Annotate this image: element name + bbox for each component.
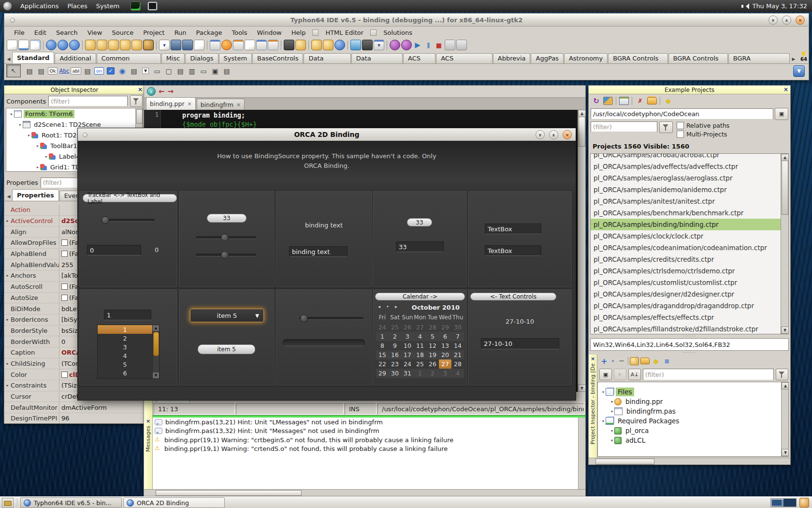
build-targets-field[interactable]: Win32,Win64,Lin32,Lin64,Sol32,Sol64,FB32 <box>590 338 789 351</box>
calendar-cell[interactable]: 26 <box>426 359 439 369</box>
calendar-cell[interactable]: 3 <box>439 369 451 378</box>
panel-menu-item[interactable]: Places <box>63 0 91 12</box>
projects-filter-button[interactable] <box>659 121 673 133</box>
project-list-item[interactable]: pl_ORCA/samples/acrobat/acrobat.ctpr <box>591 153 788 161</box>
trackbar-slider[interactable] <box>102 216 155 224</box>
project-list-item[interactable]: pl_ORCA/samples/draganddrop/draganddrop.… <box>591 300 788 312</box>
checkbox-icon[interactable] <box>677 122 684 129</box>
messages-vscrollbar[interactable] <box>578 418 585 489</box>
tb-wave-icon[interactable] <box>350 40 361 50</box>
calendar-cell[interactable]: 24 <box>401 359 414 369</box>
calendar-cell[interactable]: 22 <box>376 359 389 369</box>
tb-pause-icon[interactable]: ∥ <box>423 40 433 50</box>
components-filter-input[interactable] <box>48 96 128 106</box>
project-list-item[interactable]: pl_ORCA/samples/anitest/anitest.ctpr <box>591 195 788 207</box>
tb-sep8[interactable] <box>387 41 387 50</box>
calendar-prev-icon[interactable]: ◂ <box>378 304 380 309</box>
palette-scroll-right-icon[interactable]: ▶ <box>790 55 797 63</box>
palette-tab[interactable]: Misc <box>161 53 185 63</box>
menu-item[interactable]: Search <box>51 29 83 36</box>
palette-tab[interactable]: BGRA Controls 1 <box>608 53 667 63</box>
editor-jump-icon[interactable]: ∨ <box>147 87 156 96</box>
project-list-item[interactable]: pl_ORCA/samples/binding/binding.ctpr <box>591 219 788 230</box>
listbox-value-textbox[interactable]: 1 <box>104 310 151 320</box>
tab-close-icon[interactable]: × <box>236 102 241 108</box>
tb-gold2-icon[interactable] <box>97 40 107 50</box>
tb-sep6[interactable] <box>308 41 309 50</box>
calendar-cell[interactable]: 20 <box>439 350 451 359</box>
properties-tabs-scroll-left-icon[interactable]: ◀ <box>5 192 12 201</box>
editor-tab[interactable]: bindingfrm × <box>197 99 245 110</box>
property-expand-icon[interactable]: ▸ <box>4 273 11 278</box>
calendar-cell[interactable]: 18 <box>414 350 426 359</box>
palette-popupmenu-icon[interactable]: ▤ <box>35 65 47 77</box>
expand-icon[interactable]: ▸ <box>35 165 40 169</box>
object-inspector-titlebar[interactable]: Object Inspector × <box>4 86 145 94</box>
project-inspector-close-icon[interactable]: × <box>591 356 595 362</box>
menu-item[interactable]: Help <box>287 29 311 36</box>
clean-icon[interactable] <box>603 97 613 105</box>
example-projects-titlebar[interactable]: Example Projects × <box>589 86 790 94</box>
tb-sep7[interactable] <box>348 41 348 50</box>
slider-value-pill[interactable]: 33 <box>207 214 246 223</box>
menu-item[interactable]: Project <box>138 29 169 36</box>
object-inspector-close-icon[interactable]: × <box>138 86 143 93</box>
tb-pencil-icon[interactable] <box>295 40 306 50</box>
calendar-cell[interactable]: 25 <box>414 359 426 369</box>
property-expand-icon[interactable]: ▸ <box>4 317 11 322</box>
project-list-item[interactable]: pl_ORCA/samples/credits/credits.ctpr <box>591 254 788 265</box>
tb-doc-form-icon[interactable] <box>245 40 255 50</box>
tb-units-icon[interactable] <box>311 40 322 50</box>
calendar-cell[interactable]: 14 <box>451 341 464 350</box>
tb-open-icon[interactable] <box>30 40 41 50</box>
property-checkbox[interactable] <box>61 239 68 246</box>
calendar-cell[interactable]: 9 <box>389 341 401 350</box>
menu-solutions-icon[interactable] <box>370 30 377 36</box>
calendar-cell[interactable]: 3 <box>401 332 414 341</box>
project-inspector-vertical-tab[interactable]: × Project Inspector - binding [De <box>589 355 597 458</box>
binding-text-textbox[interactable]: binding text <box>289 246 348 257</box>
calendar-cell[interactable]: 6 <box>439 332 451 341</box>
property-expand-icon[interactable]: ▸ <box>4 219 11 223</box>
calendar-cell[interactable]: 4 <box>414 332 426 341</box>
trackbar-textbox[interactable]: 0 <box>87 245 141 255</box>
show-desktop-icon[interactable] <box>2 498 14 508</box>
panel-menu-item[interactable]: System <box>92 0 124 12</box>
pi-remove-button[interactable]: − <box>617 357 626 366</box>
palette-edit-icon[interactable]: abI <box>70 65 82 77</box>
terminal-launcher-icon[interactable] <box>147 1 158 11</box>
refresh-icon[interactable]: ↻ <box>591 96 601 106</box>
tb-tree-icon[interactable] <box>233 40 244 50</box>
tb-step-over-icon[interactable] <box>456 40 467 50</box>
palette-tab[interactable]: System <box>219 53 252 63</box>
palette-checkbox-icon[interactable]: ✓ <box>105 65 116 77</box>
calendar-cell[interactable]: 5 <box>426 332 439 341</box>
palette-frame-icon[interactable]: ▣ <box>209 65 221 77</box>
item-combobox[interactable]: item 5 ▼ <box>190 309 264 322</box>
palette-tab[interactable]: Standard <box>12 52 54 63</box>
tb-new-dropdown-icon[interactable]: ▾ <box>159 40 170 50</box>
ide-minimize-button[interactable]: ∨ <box>768 15 778 25</box>
progress-slider[interactable] <box>299 314 363 322</box>
editor-hscrollbar[interactable] <box>144 489 585 496</box>
palette-tab[interactable]: BGRA uEControls <box>728 53 790 63</box>
open-in-window-icon[interactable] <box>619 97 629 105</box>
tb-run-icon[interactable]: ▶ <box>413 40 422 50</box>
calendar-cell[interactable]: 27 <box>439 359 451 369</box>
tb-stop-icon[interactable]: ■ <box>434 40 444 50</box>
expand-icon[interactable]: ▾ <box>609 400 614 404</box>
calendar-cell[interactable]: 23 <box>389 359 401 369</box>
project-tree-item[interactable]: ▾ Required Packages <box>598 416 788 426</box>
pi-add-dropdown[interactable]: ▾ <box>610 357 615 366</box>
tb-gear2-icon[interactable] <box>401 40 412 50</box>
editor-vscrollbar[interactable]: ▲ ▼ <box>578 110 585 392</box>
expand-icon[interactable]: ▸ <box>35 144 40 148</box>
calendar-cell[interactable]: 31 <box>401 369 414 378</box>
value-pill[interactable]: 33 <box>407 218 432 226</box>
calendar-next-icon[interactable]: ▸ <box>395 304 397 309</box>
palette-actionlist-icon[interactable]: ▤ <box>221 65 232 77</box>
palette-tab[interactable]: BaseControls <box>252 53 303 63</box>
tb-gold1-icon[interactable] <box>85 40 96 50</box>
project-list-item[interactable]: pl_ORCA/samples/effects/effects.ctpr <box>591 312 788 323</box>
pi-options-icon[interactable] <box>630 357 639 365</box>
